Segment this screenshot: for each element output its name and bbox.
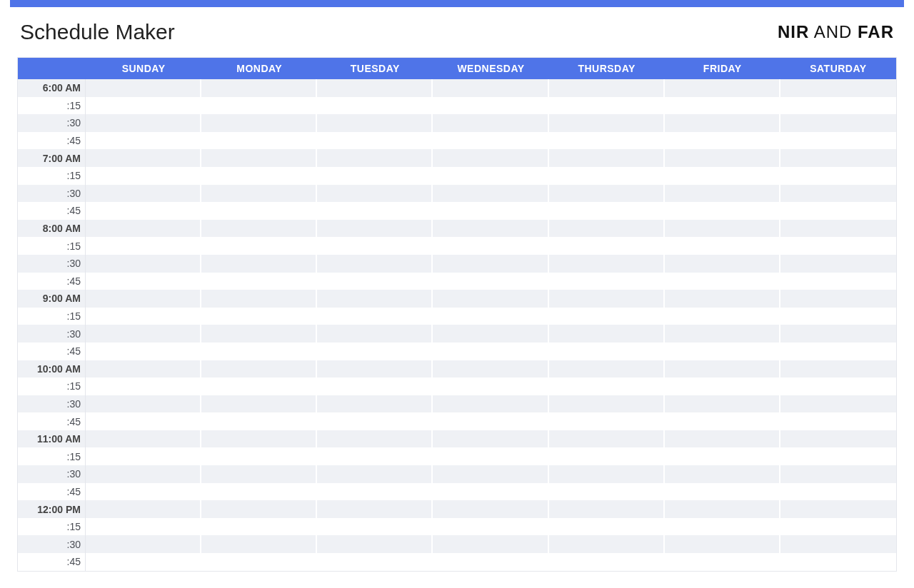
schedule-cell[interactable] (433, 237, 548, 255)
schedule-cell[interactable] (86, 360, 201, 378)
schedule-cell[interactable] (201, 149, 317, 167)
schedule-cell[interactable] (317, 343, 433, 360)
schedule-cell[interactable] (780, 360, 896, 378)
schedule-cell[interactable] (317, 132, 433, 150)
schedule-cell[interactable] (780, 149, 896, 167)
schedule-cell[interactable] (433, 500, 548, 518)
schedule-cell[interactable] (317, 273, 433, 290)
schedule-cell[interactable] (86, 343, 201, 360)
schedule-cell[interactable] (201, 360, 317, 378)
schedule-cell[interactable] (201, 447, 317, 465)
schedule-cell[interactable] (780, 447, 896, 465)
schedule-cell[interactable] (665, 553, 780, 571)
schedule-cell[interactable] (780, 79, 896, 97)
schedule-cell[interactable] (549, 518, 665, 536)
schedule-cell[interactable] (665, 79, 780, 97)
schedule-cell[interactable] (665, 483, 780, 501)
schedule-cell[interactable] (317, 360, 433, 378)
schedule-cell[interactable] (201, 220, 317, 238)
schedule-cell[interactable] (86, 273, 201, 290)
schedule-cell[interactable] (86, 553, 201, 571)
schedule-cell[interactable] (201, 79, 317, 97)
schedule-cell[interactable] (665, 360, 780, 378)
schedule-cell[interactable] (665, 430, 780, 448)
schedule-cell[interactable] (549, 535, 665, 553)
schedule-cell[interactable] (665, 500, 780, 518)
schedule-cell[interactable] (665, 412, 780, 430)
schedule-cell[interactable] (780, 132, 896, 150)
schedule-cell[interactable] (665, 518, 780, 536)
schedule-cell[interactable] (201, 377, 317, 395)
schedule-cell[interactable] (780, 377, 896, 395)
schedule-cell[interactable] (665, 447, 780, 465)
schedule-cell[interactable] (86, 167, 201, 185)
schedule-cell[interactable] (201, 97, 317, 115)
schedule-cell[interactable] (317, 553, 433, 571)
schedule-cell[interactable] (86, 325, 201, 343)
schedule-cell[interactable] (317, 465, 433, 483)
schedule-cell[interactable] (317, 518, 433, 536)
schedule-cell[interactable] (780, 308, 896, 325)
schedule-cell[interactable] (549, 360, 665, 378)
schedule-cell[interactable] (201, 553, 317, 571)
schedule-cell[interactable] (317, 325, 433, 343)
schedule-cell[interactable] (201, 465, 317, 483)
schedule-cell[interactable] (549, 500, 665, 518)
schedule-cell[interactable] (433, 149, 548, 167)
schedule-cell[interactable] (86, 97, 201, 115)
schedule-cell[interactable] (317, 167, 433, 185)
schedule-cell[interactable] (317, 237, 433, 255)
schedule-cell[interactable] (665, 290, 780, 308)
schedule-cell[interactable] (86, 447, 201, 465)
schedule-cell[interactable] (86, 255, 201, 273)
schedule-cell[interactable] (549, 202, 665, 220)
schedule-cell[interactable] (433, 553, 548, 571)
schedule-cell[interactable] (201, 167, 317, 185)
schedule-cell[interactable] (665, 465, 780, 483)
schedule-cell[interactable] (433, 114, 548, 132)
schedule-cell[interactable] (86, 465, 201, 483)
schedule-cell[interactable] (433, 202, 548, 220)
schedule-cell[interactable] (780, 412, 896, 430)
schedule-cell[interactable] (780, 553, 896, 571)
schedule-cell[interactable] (201, 535, 317, 553)
schedule-cell[interactable] (780, 343, 896, 360)
schedule-cell[interactable] (780, 97, 896, 115)
schedule-cell[interactable] (549, 149, 665, 167)
schedule-cell[interactable] (317, 255, 433, 273)
schedule-cell[interactable] (665, 377, 780, 395)
schedule-cell[interactable] (433, 325, 548, 343)
schedule-cell[interactable] (201, 185, 317, 203)
schedule-cell[interactable] (201, 343, 317, 360)
schedule-cell[interactable] (86, 535, 201, 553)
schedule-cell[interactable] (433, 395, 548, 413)
schedule-cell[interactable] (86, 430, 201, 448)
schedule-cell[interactable] (201, 255, 317, 273)
schedule-cell[interactable] (86, 518, 201, 536)
schedule-cell[interactable] (86, 220, 201, 238)
schedule-cell[interactable] (201, 518, 317, 536)
schedule-cell[interactable] (780, 185, 896, 203)
schedule-cell[interactable] (86, 308, 201, 325)
schedule-cell[interactable] (665, 167, 780, 185)
schedule-cell[interactable] (549, 185, 665, 203)
schedule-cell[interactable] (86, 79, 201, 97)
schedule-cell[interactable] (780, 465, 896, 483)
schedule-cell[interactable] (433, 465, 548, 483)
schedule-cell[interactable] (317, 97, 433, 115)
schedule-cell[interactable] (665, 343, 780, 360)
schedule-cell[interactable] (665, 202, 780, 220)
schedule-cell[interactable] (201, 395, 317, 413)
schedule-cell[interactable] (665, 395, 780, 413)
schedule-cell[interactable] (549, 132, 665, 150)
schedule-cell[interactable] (549, 430, 665, 448)
schedule-cell[interactable] (433, 220, 548, 238)
schedule-cell[interactable] (549, 447, 665, 465)
schedule-cell[interactable] (780, 325, 896, 343)
schedule-cell[interactable] (201, 237, 317, 255)
schedule-cell[interactable] (549, 343, 665, 360)
schedule-cell[interactable] (201, 273, 317, 290)
schedule-cell[interactable] (549, 273, 665, 290)
schedule-cell[interactable] (317, 290, 433, 308)
schedule-cell[interactable] (780, 395, 896, 413)
